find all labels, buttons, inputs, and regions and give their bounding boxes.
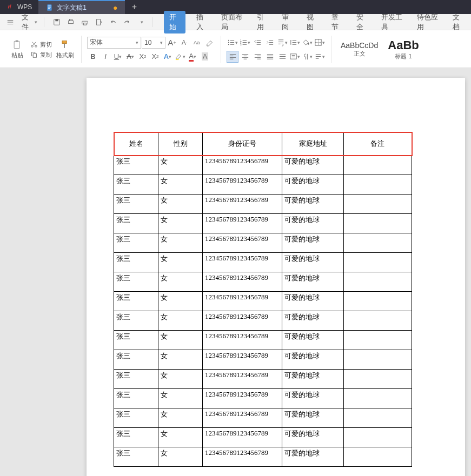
cell-name[interactable]: 张三 xyxy=(114,408,158,428)
cell-id[interactable]: 123456789123456789 xyxy=(203,428,282,447)
tab-developer[interactable]: 开发工具 xyxy=(378,11,406,33)
cell-addr[interactable]: 可爱的地球 xyxy=(282,156,344,175)
tab-doc[interactable]: 文档 xyxy=(449,11,467,33)
cell-note[interactable] xyxy=(343,408,412,428)
italic-button[interactable]: I xyxy=(99,51,111,63)
cell-addr[interactable]: 可爱的地球 xyxy=(282,389,344,408)
cell-name[interactable]: 张三 xyxy=(114,156,158,175)
table-row[interactable]: 张三女123456789123456789可爱的地球 xyxy=(114,370,412,389)
tab-settings-button[interactable]: ▾ xyxy=(289,51,301,63)
cell-addr[interactable]: 可爱的地球 xyxy=(282,408,344,428)
table-row[interactable]: 张三女123456789123456789可爱的地球 xyxy=(114,408,412,428)
cell-addr[interactable]: 可爱的地球 xyxy=(282,447,344,467)
cell-addr[interactable]: 可爱的地球 xyxy=(282,175,344,195)
style-body[interactable]: AaBbCcDd 正文 xyxy=(337,39,382,59)
cell-gender[interactable]: 女 xyxy=(158,428,203,447)
cell-gender[interactable]: 女 xyxy=(158,311,203,331)
cell-id[interactable]: 123456789123456789 xyxy=(203,233,282,253)
clear-format-button[interactable] xyxy=(203,37,215,49)
cell-name[interactable]: 张三 xyxy=(114,175,158,195)
document-tab[interactable]: 文字文稿1 ● xyxy=(38,0,125,14)
cell-note[interactable] xyxy=(343,233,412,253)
cell-id[interactable]: 123456789123456789 xyxy=(203,175,282,195)
table-row[interactable]: 张三女123456789123456789可爱的地球 xyxy=(114,331,412,350)
header-note[interactable]: 备注 xyxy=(343,132,412,156)
redo-button[interactable] xyxy=(121,17,133,28)
paste-button[interactable]: 粘贴 xyxy=(6,39,28,59)
align-center-button[interactable] xyxy=(239,51,251,63)
tab-special[interactable]: 特色应用 xyxy=(414,11,442,33)
cell-note[interactable] xyxy=(343,447,412,467)
print-button[interactable] xyxy=(79,17,91,28)
data-table[interactable]: 姓名 性别 身份证号 家庭地址 备注 张三女123456789123456789… xyxy=(114,132,412,467)
align-right-button[interactable] xyxy=(251,51,263,63)
shrink-font-button[interactable]: A- xyxy=(178,37,190,49)
tab-review[interactable]: 审阅 xyxy=(278,11,296,33)
cell-name[interactable]: 张三 xyxy=(114,253,158,272)
copy-button[interactable]: 复制 xyxy=(30,51,52,59)
cell-gender[interactable]: 女 xyxy=(158,447,203,467)
cell-gender[interactable]: 女 xyxy=(158,233,203,253)
table-row[interactable]: 张三女123456789123456789可爱的地球 xyxy=(114,389,412,408)
distribute-button[interactable] xyxy=(276,51,288,63)
cell-name[interactable]: 张三 xyxy=(114,350,158,370)
format-painter-button[interactable]: 格式刷 xyxy=(54,39,76,59)
tab-view[interactable]: 视图 xyxy=(303,11,321,33)
table-row[interactable]: 张三女123456789123456789可爱的地球 xyxy=(114,233,412,253)
cell-note[interactable] xyxy=(343,350,412,370)
table-row[interactable]: 张三女123456789123456789可爱的地球 xyxy=(114,253,412,272)
cell-id[interactable]: 123456789123456789 xyxy=(203,195,282,214)
cell-note[interactable] xyxy=(343,389,412,408)
document-page[interactable]: 姓名 性别 身份证号 家庭地址 备注 张三女123456789123456789… xyxy=(87,78,465,476)
tab-references[interactable]: 引用 xyxy=(254,11,271,33)
cell-gender[interactable]: 女 xyxy=(158,292,203,311)
character-shading-button[interactable]: A xyxy=(199,51,211,63)
change-case-button[interactable]: Aa xyxy=(191,37,203,49)
paragraph-settings-button[interactable]: ▾ xyxy=(301,51,313,63)
table-row[interactable]: 张三女123456789123456789可爱的地球 xyxy=(114,350,412,370)
undo-button[interactable] xyxy=(107,17,119,28)
shading-button[interactable]: ▾ xyxy=(301,37,313,49)
cell-note[interactable] xyxy=(343,175,412,195)
cell-id[interactable]: 123456789123456789 xyxy=(203,447,282,467)
cell-name[interactable]: 张三 xyxy=(114,195,158,214)
cell-note[interactable] xyxy=(343,272,412,292)
table-row[interactable]: 张三女123456789123456789可爱的地球 xyxy=(114,156,412,175)
table-row[interactable]: 张三女123456789123456789可爱的地球 xyxy=(114,447,412,467)
subscript-button[interactable]: X2 xyxy=(149,51,161,63)
header-gender[interactable]: 性别 xyxy=(158,132,203,156)
font-name-select[interactable]: 宋体 ▾ xyxy=(87,37,141,49)
tab-security[interactable]: 安全 xyxy=(353,11,370,33)
cell-note[interactable] xyxy=(343,311,412,331)
file-menu[interactable]: 文件 ▾ xyxy=(22,12,37,32)
strikethrough-button[interactable]: A ▾ xyxy=(124,51,136,63)
cell-gender[interactable]: 女 xyxy=(158,253,203,272)
bold-button[interactable]: B xyxy=(87,51,99,63)
cell-name[interactable]: 张三 xyxy=(114,370,158,389)
cell-gender[interactable]: 女 xyxy=(158,195,203,214)
cell-gender[interactable]: 女 xyxy=(158,389,203,408)
cell-addr[interactable]: 可爱的地球 xyxy=(282,370,344,389)
increase-indent-button[interactable] xyxy=(264,37,276,49)
cell-gender[interactable]: 女 xyxy=(158,214,203,233)
table-row[interactable]: 张三女123456789123456789可爱的地球 xyxy=(114,195,412,214)
grow-font-button[interactable]: A+ xyxy=(166,37,178,49)
cell-id[interactable]: 123456789123456789 xyxy=(203,253,282,272)
table-header-row[interactable]: 姓名 性别 身份证号 家庭地址 备注 xyxy=(114,132,412,156)
cell-id[interactable]: 123456789123456789 xyxy=(203,389,282,408)
table-row[interactable]: 张三女123456789123456789可爱的地球 xyxy=(114,175,412,195)
hamburger-menu-button[interactable] xyxy=(4,17,16,28)
table-row[interactable]: 张三女123456789123456789可爱的地球 xyxy=(114,272,412,292)
cell-gender[interactable]: 女 xyxy=(158,370,203,389)
style-heading1[interactable]: AaBb 标题 1 xyxy=(384,37,422,62)
superscript-button[interactable]: X2 xyxy=(137,51,149,63)
cell-name[interactable]: 张三 xyxy=(114,233,158,253)
decrease-indent-button[interactable] xyxy=(251,37,263,49)
cell-gender[interactable]: 女 xyxy=(158,331,203,350)
cell-addr[interactable]: 可爱的地球 xyxy=(282,214,344,233)
cell-addr[interactable]: 可爱的地球 xyxy=(282,311,344,331)
cut-button[interactable]: 剪切 xyxy=(30,41,52,49)
cell-gender[interactable]: 女 xyxy=(158,156,203,175)
header-address[interactable]: 家庭地址 xyxy=(282,132,344,156)
cell-note[interactable] xyxy=(343,195,412,214)
